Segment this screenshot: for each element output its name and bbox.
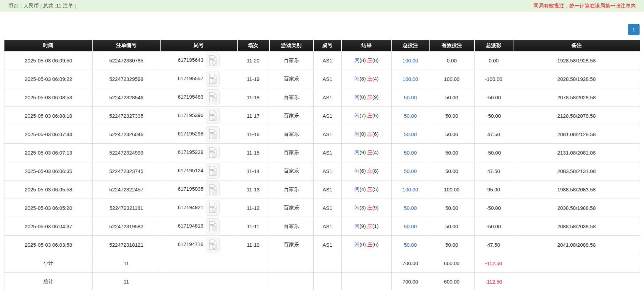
cell-payout: -50.00: [475, 217, 513, 235]
table-row: 2025-05-03 06:05:58 522472322457 6171950…: [4, 180, 640, 199]
video-replay-button[interactable]: [206, 182, 220, 197]
cell-session: 11-17: [237, 106, 269, 125]
cell-game-type: 百家乐: [269, 88, 314, 106]
cell-result: 闲(7) 庄(5): [342, 106, 392, 125]
cell-game-type: 百家乐: [269, 235, 314, 254]
video-record-icon: [208, 147, 217, 158]
banker-result-value: (9): [372, 94, 378, 100]
total-bet-link[interactable]: 50.00: [404, 95, 417, 100]
cell-total-bet: 100.00: [392, 180, 429, 199]
video-record-icon: [208, 166, 217, 176]
video-replay-button[interactable]: [206, 89, 220, 105]
cell-bet-id: 522472329599: [93, 70, 160, 88]
round-number: 617194716: [178, 241, 203, 247]
cell-round: 617195124: [160, 162, 237, 180]
banker-result-value: (5): [372, 186, 378, 192]
cell-session: 11-19: [237, 70, 269, 88]
player-result-value: (0): [360, 94, 366, 100]
video-replay-button[interactable]: [206, 218, 220, 234]
table-row: 2025-05-03 06:07:13 522472324999 6171952…: [4, 143, 640, 162]
cell-total-bet: 50.00: [392, 217, 429, 235]
cell-result: 闲(9) 庄(4): [342, 143, 392, 162]
banker-result-value: (8): [372, 168, 378, 174]
banker-result-label: 庄: [367, 168, 372, 174]
cell-payout: 95.00: [475, 180, 513, 199]
cell-bet-id: 522472321181: [93, 199, 160, 217]
banker-result-label: 庄: [367, 186, 372, 192]
cell-game-type: 百家乐: [269, 199, 314, 217]
summary-payout: -112.50: [475, 254, 513, 272]
total-bet-link[interactable]: 50.00: [404, 205, 417, 211]
cell-round: 617194921: [160, 199, 237, 217]
header-remark: 备注: [513, 40, 640, 51]
video-replay-button[interactable]: [206, 200, 220, 216]
cell-payout: 0.00: [475, 51, 513, 70]
banker-result-label: 庄: [367, 57, 372, 63]
total-bet-link[interactable]: 100.00: [403, 76, 418, 82]
cell-total-bet: 50.00: [392, 125, 429, 143]
cell-total-bet: 50.00: [392, 199, 429, 217]
player-result-label: 闲: [355, 57, 360, 63]
banker-result-label: 庄: [367, 149, 372, 155]
banker-result-label: 庄: [367, 242, 372, 247]
cell-game-type: 百家乐: [269, 217, 314, 235]
cell-remark: 1988.58/2083.58: [513, 180, 640, 199]
cell-valid-bet: 50.00: [429, 235, 475, 254]
video-replay-button[interactable]: [206, 237, 220, 252]
page-1-button[interactable]: 1: [628, 24, 640, 35]
total-bet-link[interactable]: 50.00: [404, 242, 417, 248]
cell-remark: 2078.58/2028.58: [513, 88, 640, 106]
total-bet-link[interactable]: 50.00: [404, 113, 417, 119]
cell-game-type: 百家乐: [269, 180, 314, 199]
player-result-label: 闲: [355, 223, 360, 229]
total-bet-link[interactable]: 50.00: [404, 150, 417, 156]
bet-table-body: 2025-05-03 06:09:50 522472330785 6171956…: [4, 51, 640, 290]
banker-result-label: 庄: [367, 131, 372, 137]
total-bet-link[interactable]: 100.00: [403, 187, 418, 192]
cell-total-bet: 100.00: [392, 70, 429, 88]
player-result-label: 闲: [355, 186, 360, 192]
cell-result: 闲(3) 庄(9): [342, 199, 392, 217]
cell-valid-bet: 0.00: [429, 51, 475, 70]
header-total-bet: 总投注: [392, 40, 429, 51]
cell-time: 2025-05-03 06:08:53: [4, 88, 93, 106]
video-record-icon: [208, 203, 217, 213]
video-replay-button[interactable]: [206, 53, 220, 68]
player-result-label: 闲: [355, 94, 360, 100]
table-row: 2025-05-03 06:08:18 522472327335 6171953…: [4, 106, 640, 125]
summary-valid-bet: 600.00: [429, 254, 475, 272]
cell-bet-id: 522472328546: [93, 88, 160, 106]
round-number: 617195483: [178, 94, 203, 100]
video-record-icon: [208, 74, 217, 84]
cell-payout: -50.00: [475, 106, 513, 125]
cell-remark: 2028.58/1928.58: [513, 70, 640, 88]
video-replay-button[interactable]: [206, 126, 220, 142]
player-result-label: 闲: [355, 113, 360, 118]
cell-bet-id: 522472319582: [93, 217, 160, 235]
banker-result-value: (5): [372, 113, 378, 118]
cell-valid-bet: 50.00: [429, 143, 475, 162]
cell-valid-bet: 50.00: [429, 106, 475, 125]
video-replay-button[interactable]: [206, 108, 220, 124]
cell-time: 2025-05-03 06:06:35: [4, 162, 93, 180]
video-replay-button[interactable]: [206, 71, 220, 87]
player-result-value: (8): [360, 57, 366, 63]
total-bet-link[interactable]: 50.00: [404, 223, 417, 229]
video-record-icon: [208, 129, 217, 139]
player-result-value: (4): [360, 186, 366, 192]
cell-valid-bet: 50.00: [429, 199, 475, 217]
total-bet-link[interactable]: 50.00: [404, 131, 417, 137]
total-bet-link[interactable]: 50.00: [404, 168, 417, 174]
cell-remark: 2131.08/2081.08: [513, 143, 640, 162]
video-replay-button[interactable]: [206, 145, 220, 160]
player-result-label: 闲: [355, 76, 360, 82]
round-number: 617195229: [178, 149, 203, 155]
cell-table-no: AS1: [314, 88, 342, 106]
cell-table-no: AS1: [314, 70, 342, 88]
total-bet-link[interactable]: 100.00: [403, 58, 418, 63]
cell-valid-bet: 50.00: [429, 217, 475, 235]
cell-valid-bet: 100.00: [429, 180, 475, 199]
cell-result: 闲(0) 庄(6): [342, 235, 392, 254]
video-replay-button[interactable]: [206, 163, 220, 179]
cell-remark: 2081.08/2128.58: [513, 125, 640, 143]
